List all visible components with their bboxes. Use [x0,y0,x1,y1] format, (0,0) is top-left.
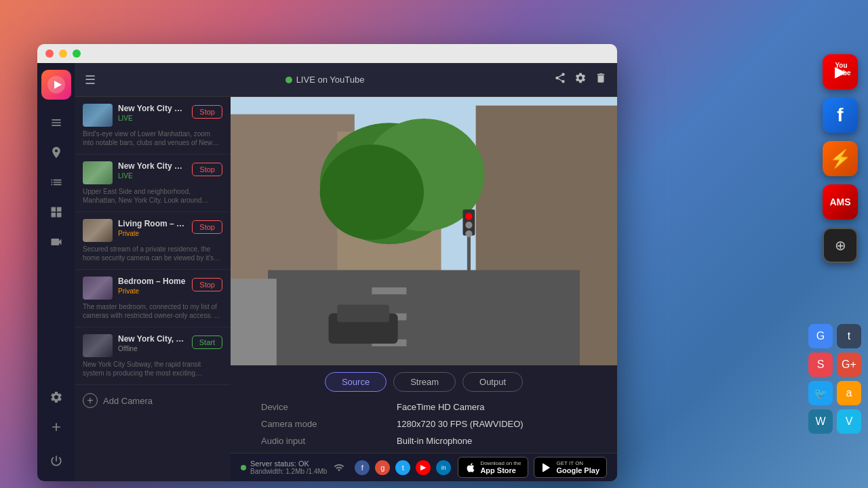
grammarly-app-icon[interactable]: G [808,324,833,348]
camera-mode-value: 868x488 30 FPS (RAWVIDEO) [397,419,587,429]
live-indicator: LIVE on YouTube [102,75,547,85]
camera-item-4[interactable]: Bedroom – Home Private Stop The master b… [75,270,231,327]
tab-source[interactable]: Source [325,372,387,392]
facebook-icon: f [837,104,843,126]
camera-desc-1: Bird's-eye view of Lower Manhattan, zoom… [83,129,222,147]
top-bar: ☰ LIVE on YouTube [75,63,617,97]
social-twitter[interactable]: t [395,460,410,475]
title-bar [37,44,617,63]
stop-button-4[interactable]: Stop [192,278,222,291]
thunder-app-icon[interactable]: ⚡ [823,141,858,176]
camera-thumb-4 [83,277,113,300]
app-store-button[interactable]: Download on the App Store [458,457,528,478]
server-status-text: Server status: OK Bandwidth: 1.2Mb /1.4M… [250,460,327,475]
google-play-icon [541,462,552,473]
svg-rect-13 [231,279,277,365]
delete-icon[interactable] [595,72,607,87]
svg-point-18 [465,213,472,220]
social-youtube[interactable]: ▶ [416,460,431,475]
main-content: New York City – Birds Eye LIVE Stop Bird… [75,97,617,481]
camera-thumb-2 [83,161,113,184]
svg-rect-15 [337,305,389,323]
sidebar-icon-plus[interactable] [43,413,70,441]
live-status-dot [285,77,292,83]
tumblr-app-icon[interactable]: t [837,324,861,348]
bottom-panel: Source Stream Output Device FaceTime HD … [231,365,617,453]
camera-item-3[interactable]: Living Room – Home Private Stop Secured … [75,212,231,270]
camera-list: New York City – Birds Eye LIVE Stop Bird… [75,97,231,481]
camera-item-1[interactable]: New York City – Birds Eye LIVE Stop Bird… [75,97,231,155]
bandwidth-icon [334,462,344,473]
sidebar-icon-settings[interactable] [43,384,70,411]
camera-desc-3: Secured stream of a private residence, t… [83,245,222,262]
server-ok-label: Server status: OK [250,460,327,468]
tab-buttons: Source Stream Output [241,372,607,392]
camera-item-2[interactable]: New York City – UES LIVE Stop Upper East… [75,155,231,212]
s5-app-icon[interactable]: ⊕ [823,228,858,263]
camera-item-5[interactable]: New York City, Subway Offline Start New … [75,327,231,385]
wordpress-app-icon[interactable]: W [808,409,833,434]
close-button[interactable] [45,49,54,58]
camera-status-2: LIVE [118,172,186,180]
ams-label: AMS [829,197,850,207]
vimeo-app-icon[interactable]: V [837,409,861,434]
logo-icon [47,75,66,94]
social-linkedin[interactable]: in [436,460,451,475]
settings-icon[interactable] [574,72,587,87]
twitter-app-icon[interactable]: 🐦 [808,381,833,405]
bandwidth-label: Bandwidth: 1.2Mb /1.4Mb [250,468,327,475]
camera-info-5: New York City, Subway Offline [118,334,186,352]
stop-button-2[interactable]: Stop [192,163,222,176]
right-app-dock: ▶ YouTube f ⚡ AMS ⊕ [823,54,858,263]
camera-name-1: New York City – Birds Eye [118,104,186,113]
svg-point-8 [320,144,424,240]
google-play-button[interactable]: GET IT ON Google Play [534,457,607,478]
menu-icon[interactable]: ☰ [85,73,96,87]
youtube-app-icon[interactable]: ▶ YouTube [823,54,858,89]
device-value: FaceTime HD Camera [397,402,587,412]
minimize-button[interactable] [59,49,67,58]
ams-app-icon[interactable]: AMS [823,184,858,220]
icon-sidebar [37,63,75,481]
add-camera-icon: + [83,393,98,408]
svg-rect-10 [372,287,406,294]
stop-button-1[interactable]: Stop [192,105,222,119]
apple-icon [465,462,476,473]
sidebar-icon-map[interactable] [43,139,70,166]
camera-thumb-3 [83,219,113,242]
add-camera-button[interactable]: + Add Camera [75,385,231,416]
app-logo[interactable] [41,70,71,100]
maximize-button[interactable] [73,49,81,58]
tab-output[interactable]: Output [462,372,523,392]
streme-app-icon[interactable]: S [808,352,833,377]
tab-stream[interactable]: Stream [393,372,456,392]
sidebar-icon-list[interactable] [43,169,70,196]
device-info-panel: Device FaceTime HD Camera Camera mode 12… [241,402,607,446]
social-facebook[interactable]: f [355,460,370,475]
audio-input-label: Audio input [261,436,383,446]
audio-input-value: Built-in Microphone [397,436,587,446]
start-button-5[interactable]: Start [192,336,222,349]
sidebar-icon-camera[interactable] [43,228,70,256]
server-status: Server status: OK Bandwidth: 1.2Mb /1.4M… [241,460,348,475]
facebook-app-icon[interactable]: f [823,98,858,133]
top-bar-actions [554,72,607,87]
svg-rect-9 [268,270,580,365]
social-google[interactable]: g [375,460,390,475]
share-icon[interactable] [554,72,566,87]
stop-button-3[interactable]: Stop [192,220,222,234]
sidebar-icon-grid[interactable] [43,199,70,226]
video-preview [231,97,617,365]
amazon-app-icon[interactable]: a [837,381,861,405]
app-store-text: Download on the App Store [480,460,521,474]
camera-status-3: Private [118,230,186,237]
google-app-icon[interactable]: G+ [837,352,861,377]
camera-thumb-1 [83,104,113,127]
thunder-icon: ⚡ [829,148,851,169]
camera-name-5: New York City, Subway [118,334,186,344]
sidebar-icon-book[interactable] [43,109,70,136]
street-svg [231,97,617,365]
sidebar-icon-power[interactable] [43,447,70,474]
camera-status-4: Private [118,287,186,295]
small-app-grid: G t S G+ 🐦 a W V [808,324,861,434]
